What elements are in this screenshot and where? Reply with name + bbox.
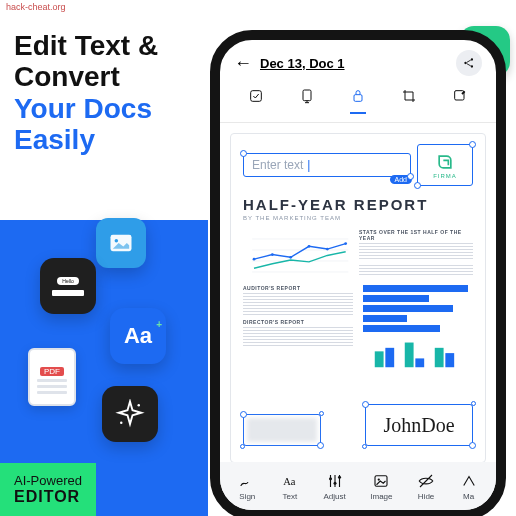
svg-point-17 (289, 256, 292, 259)
svg-point-18 (308, 245, 311, 248)
column-chart (363, 339, 473, 369)
paragraph-placeholder (359, 243, 473, 261)
svg-point-30 (338, 475, 341, 478)
section-director-label: DIRECTOR'S REPORT (243, 319, 353, 325)
nav-text-label: Text (283, 492, 298, 501)
nav-more-label: Ma (463, 492, 474, 501)
scan-bar (52, 290, 84, 296)
font-label: Aa+ (124, 323, 152, 349)
editor-toolbar (220, 82, 496, 123)
svg-rect-21 (375, 351, 384, 367)
ai-badge-line1: AI-Powered (14, 473, 82, 488)
svg-rect-23 (405, 343, 414, 368)
report-subtitle: BY THE MARKETING TEAM (243, 215, 473, 221)
svg-rect-22 (385, 348, 394, 367)
plus-icon: + (156, 319, 162, 330)
svg-point-20 (344, 242, 347, 245)
svg-line-33 (420, 475, 432, 487)
add-button[interactable]: Add (390, 175, 412, 184)
signature-text: JohnDoe (383, 414, 454, 437)
svg-point-15 (253, 258, 256, 261)
svg-rect-8 (303, 90, 311, 101)
svg-point-16 (271, 253, 274, 256)
horizontal-bar-chart (363, 285, 473, 373)
svg-rect-7 (250, 91, 261, 102)
edit-tool-icon[interactable] (452, 88, 468, 114)
section-stats-label: STATS OVER THE 1ST HALF OF THE YEAR (359, 229, 473, 241)
checkbox-tool-icon[interactable] (248, 88, 264, 114)
ai-badge-line2: EDITOR (14, 488, 82, 506)
headline-l3: Your Docs (14, 93, 152, 124)
document-canvas[interactable]: Enter text | Add FIRMA HALF-YEAR REPORT … (230, 133, 486, 463)
nav-adjust[interactable]: Adjust (323, 472, 345, 501)
headline-l4: Easily (14, 124, 95, 155)
bottom-nav: Sign Aa Text Adjust Image Hide Ma (220, 462, 496, 510)
svg-point-6 (471, 65, 473, 67)
line-chart (243, 229, 353, 281)
nav-more[interactable]: Ma (460, 472, 478, 501)
nav-sign-label: Sign (239, 492, 255, 501)
phone-header: ← Dec 13, Doc 1 (220, 40, 496, 82)
svg-point-3 (120, 422, 123, 425)
nav-hide-label: Hide (418, 492, 434, 501)
text-placeholder: Enter text (252, 158, 303, 172)
svg-point-32 (378, 478, 380, 480)
font-icon: Aa+ (110, 308, 166, 364)
report-title: HALF-YEAR REPORT (243, 196, 473, 213)
phone-mockup: ← Dec 13, Doc 1 Enter text | Add FIRMA H… (210, 30, 506, 516)
nav-image-label: Image (370, 492, 392, 501)
nav-image[interactable]: Image (370, 472, 392, 501)
watermark: hack-cheat.org (0, 0, 516, 18)
lock-tool-icon[interactable] (350, 88, 366, 114)
svg-rect-9 (354, 95, 362, 102)
pdf-icon: PDF (28, 348, 76, 406)
svg-point-28 (329, 477, 332, 480)
svg-point-1 (115, 239, 119, 243)
pdf-label: PDF (40, 367, 64, 376)
svg-rect-26 (445, 353, 454, 367)
ai-powered-badge: AI-Powered EDITOR (0, 463, 96, 516)
svg-rect-24 (415, 358, 424, 367)
nav-text[interactable]: Aa Text (281, 472, 299, 501)
nav-adjust-label: Adjust (323, 492, 345, 501)
svg-rect-25 (435, 348, 444, 367)
headline-l2: Convert (14, 61, 120, 92)
firma-logo-icon (435, 152, 455, 172)
scanner-icon: Hello (40, 258, 96, 314)
svg-point-2 (138, 404, 141, 407)
spark-icon (102, 386, 158, 442)
page-tool-icon[interactable] (299, 88, 315, 114)
share-button[interactable] (456, 50, 482, 76)
text-input-field[interactable]: Enter text | Add (243, 153, 411, 177)
svg-text:Aa: Aa (283, 475, 296, 486)
headline-l1: Edit Text & (14, 30, 158, 61)
section-auditor-label: AUDITOR'S REPORT (243, 285, 353, 291)
document-title[interactable]: Dec 13, Doc 1 (260, 56, 448, 71)
signature-selection[interactable]: JohnDoe (365, 404, 473, 446)
back-arrow-icon[interactable]: ← (234, 53, 252, 74)
gallery-icon (96, 218, 146, 268)
firma-stamp[interactable]: FIRMA (417, 144, 473, 186)
firma-label: FIRMA (433, 173, 457, 179)
svg-point-5 (471, 58, 473, 60)
crop-tool-icon[interactable] (401, 88, 417, 114)
scan-label: Hello (57, 277, 79, 285)
nav-sign[interactable]: Sign (238, 472, 256, 501)
promo-headline: Edit Text & Convert Your Docs Easily (14, 30, 194, 155)
svg-point-4 (464, 62, 466, 64)
nav-hide[interactable]: Hide (417, 472, 435, 501)
svg-point-29 (333, 481, 336, 484)
svg-point-19 (326, 248, 329, 251)
blur-selection[interactable] (243, 414, 321, 446)
